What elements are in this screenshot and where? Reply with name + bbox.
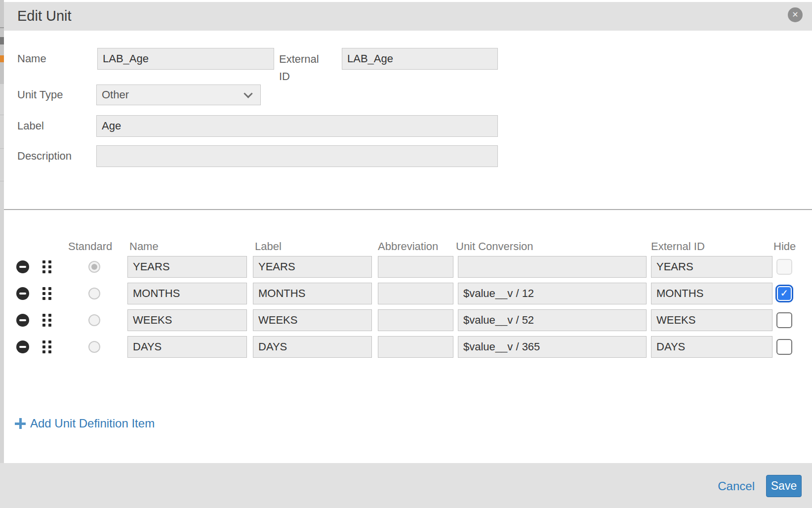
name-input[interactable] — [97, 48, 274, 70]
row-abbreviation-input[interactable] — [378, 256, 453, 278]
row-abbreviation-input[interactable] — [378, 283, 453, 304]
unit-definition-row: ✓ — [0, 336, 812, 358]
row-name-input[interactable] — [127, 256, 247, 278]
column-header-hide: Hide — [773, 240, 796, 253]
drag-handle-icon[interactable] — [42, 260, 51, 273]
remove-row-button[interactable] — [16, 287, 29, 300]
drag-handle-icon[interactable] — [42, 287, 51, 300]
remove-row-button[interactable] — [16, 314, 29, 327]
modal-footer: Cancel Save — [0, 463, 812, 508]
name-label: Name — [17, 48, 46, 70]
hide-checkbox[interactable]: ✓ — [775, 285, 793, 302]
drag-handle-icon[interactable] — [42, 340, 51, 353]
row-abbreviation-input[interactable] — [378, 336, 453, 358]
row-external-id-input[interactable] — [651, 256, 772, 278]
hide-checkbox[interactable]: ✓ — [776, 312, 792, 328]
close-icon[interactable]: ✕ — [788, 7, 803, 22]
row-unit-conversion-input[interactable] — [458, 309, 647, 331]
unit-definition-row: ✓ — [0, 309, 812, 331]
row-external-id-input[interactable] — [651, 336, 772, 358]
plus-icon — [15, 418, 26, 429]
standard-radio[interactable] — [88, 261, 100, 273]
row-label-input[interactable] — [253, 256, 372, 278]
accent-orange-fragment — [0, 55, 4, 62]
minus-icon — [19, 319, 26, 321]
column-header-external-id: External ID — [651, 240, 705, 253]
label-input[interactable] — [96, 115, 498, 137]
description-label: Description — [17, 145, 72, 167]
chevron-down-icon — [244, 89, 252, 98]
column-header-label: Label — [255, 240, 282, 253]
standard-radio[interactable] — [88, 314, 100, 326]
description-input[interactable] — [96, 145, 498, 167]
row-external-id-input[interactable] — [651, 309, 772, 331]
row-unit-conversion-input[interactable] — [458, 256, 647, 278]
row-name-input[interactable] — [127, 336, 247, 358]
hide-checkbox[interactable]: ✓ — [776, 339, 792, 355]
row-external-id-input[interactable] — [651, 283, 772, 304]
remove-row-button[interactable] — [16, 260, 29, 273]
row-unit-conversion-input[interactable] — [458, 336, 647, 358]
modal-title: Edit Unit — [17, 8, 72, 24]
modal-header: Edit Unit — [4, 2, 812, 31]
cancel-button[interactable]: Cancel — [718, 475, 755, 497]
checkmark-icon: ✓ — [778, 287, 791, 300]
row-label-input[interactable] — [253, 336, 372, 358]
remove-row-button[interactable] — [16, 340, 29, 353]
external-id-label: External ID — [279, 50, 324, 85]
unit-type-selected-value: Other — [102, 88, 129, 101]
column-header-standard: Standard — [68, 240, 112, 253]
label-label: Label — [17, 115, 44, 137]
unit-definition-row: ✓ — [0, 283, 812, 304]
column-header-unit-conversion: Unit Conversion — [456, 240, 533, 253]
standard-radio[interactable] — [88, 288, 100, 299]
save-button[interactable]: Save — [766, 475, 802, 497]
row-abbreviation-input[interactable] — [378, 309, 453, 331]
column-header-abbreviation: Abbreviation — [378, 240, 438, 253]
add-unit-definition-item-label: Add Unit Definition Item — [30, 417, 155, 430]
edit-unit-modal: Edit Unit ✕ Name External ID Unit Type O… — [0, 0, 812, 508]
row-label-input[interactable] — [253, 309, 372, 331]
row-unit-conversion-input[interactable] — [458, 283, 647, 304]
minus-icon — [19, 346, 26, 348]
unit-definition-row: ✓ — [0, 256, 812, 278]
standard-radio[interactable] — [88, 341, 100, 353]
section-divider — [4, 209, 812, 210]
external-id-input[interactable] — [342, 48, 498, 70]
column-header-name: Name — [129, 240, 159, 253]
hide-checkbox: ✓ — [776, 259, 792, 275]
drag-handle-icon[interactable] — [42, 314, 51, 327]
row-label-input[interactable] — [253, 283, 372, 304]
background-page-strip — [0, 0, 4, 463]
unit-type-label: Unit Type — [17, 84, 63, 106]
minus-icon — [19, 293, 26, 295]
unit-type-select[interactable]: Other — [96, 85, 261, 105]
row-name-input[interactable] — [127, 309, 247, 331]
row-name-input[interactable] — [127, 283, 247, 304]
add-unit-definition-item-link[interactable]: Add Unit Definition Item — [15, 417, 155, 430]
minus-icon — [19, 266, 26, 268]
